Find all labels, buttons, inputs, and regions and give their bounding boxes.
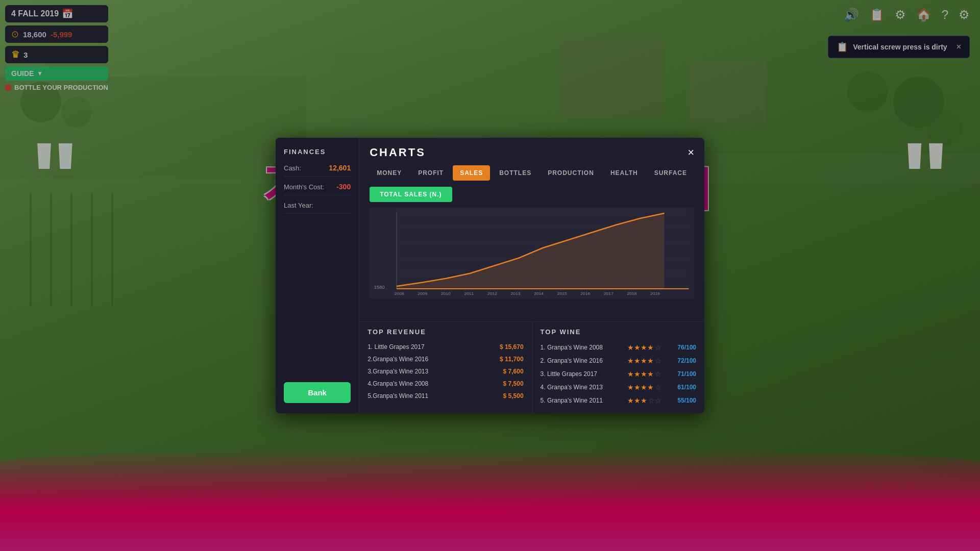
- wine-row-5: 5. Granpa's Wine 2011 ★★★☆☆ 55/100: [541, 394, 696, 407]
- finances-panel: FINANCES Cash: 12,601 Month's Cost: -300…: [276, 138, 359, 413]
- svg-text:2017: 2017: [604, 291, 614, 296]
- tab-bottles[interactable]: BOTTLES: [492, 165, 538, 181]
- wine-name-5: 5. Granpa's Wine 2011: [541, 397, 627, 404]
- top-wine-header: TOP WINE: [541, 328, 696, 336]
- wine-row-2: 2. Granpa's Wine 2016 ★★★★☆ 72/100: [541, 354, 696, 367]
- modal-title: CHARTS: [370, 146, 426, 159]
- svg-text:2019: 2019: [650, 291, 660, 296]
- charts-content: CHARTS × MONEY PROFIT SALES BOTTLES PROD…: [359, 138, 704, 413]
- modal-close-button[interactable]: ×: [688, 147, 694, 158]
- month-cost-value: -300: [336, 183, 351, 191]
- revenue-wine-3: 3.Granpa's Wine 2013: [368, 368, 487, 375]
- wine-stars-4: ★★★★☆: [627, 383, 668, 391]
- tab-surface[interactable]: SURFACE: [647, 165, 694, 181]
- top-wine-section: TOP WINE 1. Granpa's Wine 2008 ★★★★☆ 76/…: [532, 322, 704, 413]
- cash-row: Cash: 12,601: [284, 164, 351, 177]
- tab-production[interactable]: PRODUCTION: [541, 165, 601, 181]
- chart-area: TOTAL SALES (N.) 1580: [359, 181, 704, 321]
- modal-overlay: FINANCES Cash: 12,601 Month's Cost: -300…: [0, 0, 980, 551]
- wine-name-2: 2. Granpa's Wine 2016: [541, 357, 627, 364]
- wine-name-1: 1. Granpa's Wine 2008: [541, 344, 627, 351]
- revenue-value-1: $ 15,670: [488, 343, 524, 350]
- svg-text:2016: 2016: [580, 291, 590, 296]
- wine-row-4: 4. Granpa's Wine 2013 ★★★★☆ 61/100: [541, 381, 696, 394]
- chart-tabs: MONEY PROFIT SALES BOTTLES PRODUCTION HE…: [359, 159, 704, 181]
- revenue-row-1: 1. Little Grapes 2017 $ 15,670: [368, 341, 523, 353]
- wine-row-1: 1. Granpa's Wine 2008 ★★★★☆ 76/100: [541, 341, 696, 354]
- chart-graph: 1580 2008 2009 2010 2011 2012 2013 2014: [370, 207, 694, 299]
- tab-sales[interactable]: SALES: [453, 165, 490, 181]
- month-cost-row: Month's Cost: -300: [284, 183, 351, 195]
- svg-marker-23: [397, 213, 665, 289]
- tab-profit[interactable]: PROFIT: [411, 165, 451, 181]
- revenue-row-4: 4.Granpa's Wine 2008 $ 7,500: [368, 378, 523, 390]
- revenue-value-2: $ 11,700: [488, 356, 524, 363]
- chart-type-selector: TOTAL SALES (N.): [370, 187, 694, 202]
- wine-score-5: 55/100: [668, 397, 696, 404]
- svg-text:2018: 2018: [627, 291, 637, 296]
- revenue-wine-4: 4.Granpa's Wine 2008: [368, 380, 487, 387]
- revenue-value-5: $ 5,500: [488, 392, 524, 399]
- revenue-row-2: 2.Granpa's Wine 2016 $ 11,700: [368, 353, 523, 365]
- wine-stars-3: ★★★★☆: [627, 370, 668, 378]
- cash-amount: 12,601: [329, 164, 351, 172]
- wine-stars-1: ★★★★☆: [627, 343, 668, 352]
- revenue-wine-1: 1. Little Grapes 2017: [368, 343, 487, 350]
- top-revenue-section: TOP REVENUE 1. Little Grapes 2017 $ 15,6…: [359, 322, 532, 413]
- svg-text:2015: 2015: [557, 291, 567, 296]
- svg-text:2014: 2014: [534, 291, 544, 296]
- svg-text:2008: 2008: [395, 291, 404, 296]
- svg-text:2010: 2010: [441, 291, 451, 296]
- charts-modal: FINANCES Cash: 12,601 Month's Cost: -300…: [276, 138, 704, 413]
- svg-text:2013: 2013: [511, 291, 521, 296]
- wine-score-4: 61/100: [668, 384, 696, 391]
- revenue-row-5: 5.Granpa's Wine 2011 $ 5,500: [368, 390, 523, 402]
- svg-text:1580: 1580: [374, 285, 385, 290]
- bank-button[interactable]: Bank: [284, 382, 351, 403]
- svg-text:2011: 2011: [464, 291, 474, 296]
- chart-type-button[interactable]: TOTAL SALES (N.): [370, 187, 452, 202]
- month-cost-label: Month's Cost:: [284, 183, 324, 191]
- tab-money[interactable]: MONEY: [370, 165, 409, 181]
- cash-label: Cash:: [284, 164, 301, 172]
- finances-title: FINANCES: [284, 148, 351, 156]
- top-revenue-header: TOP REVENUE: [368, 328, 523, 336]
- revenue-wine-5: 5.Granpa's Wine 2011: [368, 392, 487, 399]
- bottom-tables: TOP REVENUE 1. Little Grapes 2017 $ 15,6…: [359, 321, 704, 413]
- wine-name-3: 3. Little Grapes 2017: [541, 370, 627, 378]
- revenue-value-4: $ 7,500: [488, 380, 524, 387]
- wine-score-3: 71/100: [668, 370, 696, 378]
- tab-health[interactable]: HEALTH: [603, 165, 645, 181]
- revenue-value-3: $ 7,600: [488, 368, 524, 375]
- wine-stars-2: ★★★★☆: [627, 357, 668, 365]
- svg-text:2012: 2012: [487, 291, 497, 296]
- wine-score-1: 76/100: [668, 344, 696, 351]
- chart-svg: 1580 2008 2009 2010 2011 2012 2013 2014: [370, 207, 694, 299]
- revenue-row-3: 3.Granpa's Wine 2013 $ 7,600: [368, 365, 523, 378]
- wine-name-4: 4. Granpa's Wine 2013: [541, 384, 627, 391]
- wine-row-3: 3. Little Grapes 2017 ★★★★☆ 71/100: [541, 367, 696, 381]
- last-year-label: Last Year:: [284, 202, 313, 209]
- revenue-wine-2: 2.Granpa's Wine 2016: [368, 356, 487, 363]
- modal-header: CHARTS ×: [359, 138, 704, 159]
- last-year-row: Last Year:: [284, 202, 351, 214]
- wine-stars-5: ★★★☆☆: [627, 396, 668, 405]
- wine-score-2: 72/100: [668, 357, 696, 364]
- svg-text:2009: 2009: [418, 291, 427, 296]
